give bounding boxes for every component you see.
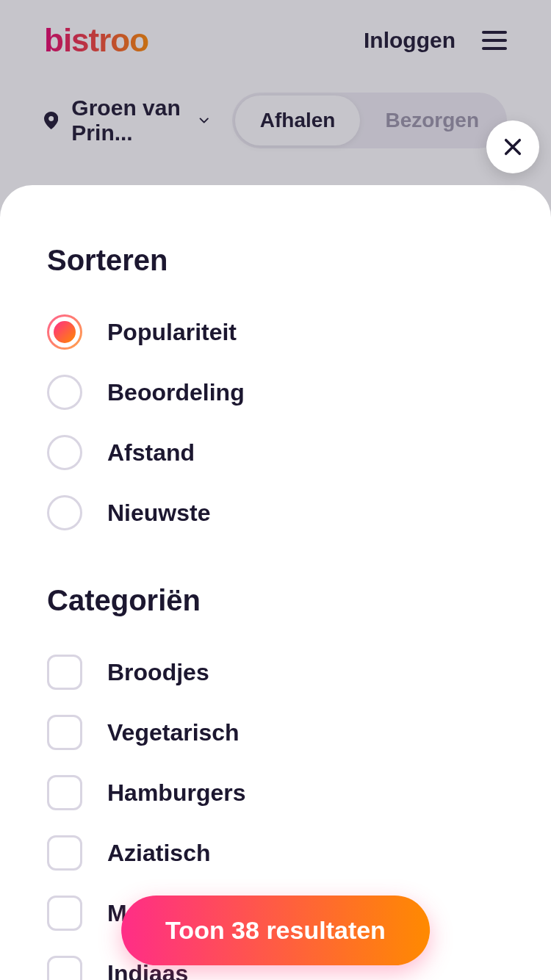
sort-option-beoordeling[interactable]: Beoordeling bbox=[47, 362, 504, 422]
category-label: Broodjes bbox=[107, 659, 209, 686]
close-icon bbox=[503, 137, 523, 157]
radio-icon bbox=[47, 495, 82, 530]
category-option[interactable]: Hamburgers bbox=[47, 763, 504, 823]
sort-title: Sorteren bbox=[47, 244, 504, 277]
category-label: Hamburgers bbox=[107, 779, 246, 807]
sort-option-populariteit[interactable]: Populariteit bbox=[47, 302, 504, 362]
checkbox-icon bbox=[47, 835, 82, 871]
sort-option-nieuwste[interactable]: Nieuwste bbox=[47, 483, 504, 543]
checkbox-icon bbox=[47, 896, 82, 931]
category-option[interactable]: Broodjes bbox=[47, 642, 504, 702]
checkbox-icon bbox=[47, 655, 82, 690]
category-label: Vegetarisch bbox=[107, 719, 240, 746]
category-label: Aziatisch bbox=[107, 840, 210, 867]
sort-option-afstand[interactable]: Afstand bbox=[47, 422, 504, 483]
close-button[interactable] bbox=[486, 120, 539, 173]
checkbox-icon bbox=[47, 775, 82, 810]
show-results-button[interactable]: Toon 38 resultaten bbox=[121, 896, 430, 965]
sort-option-label: Nieuwste bbox=[107, 500, 210, 527]
radio-icon bbox=[47, 375, 82, 410]
categories-title: Categoriën bbox=[47, 584, 504, 617]
sort-option-label: Afstand bbox=[107, 439, 195, 466]
sort-option-label: Populariteit bbox=[107, 319, 237, 346]
sort-section: Sorteren Populariteit Beoordeling Afstan… bbox=[47, 244, 504, 543]
sort-option-label: Beoordeling bbox=[107, 379, 245, 406]
category-option[interactable]: Vegetarisch bbox=[47, 702, 504, 763]
filter-sheet: Sorteren Populariteit Beoordeling Afstan… bbox=[0, 185, 551, 980]
category-option[interactable]: Aziatisch bbox=[47, 823, 504, 883]
radio-icon bbox=[47, 314, 82, 350]
checkbox-icon bbox=[47, 956, 82, 980]
radio-icon bbox=[47, 435, 82, 470]
checkbox-icon bbox=[47, 715, 82, 750]
